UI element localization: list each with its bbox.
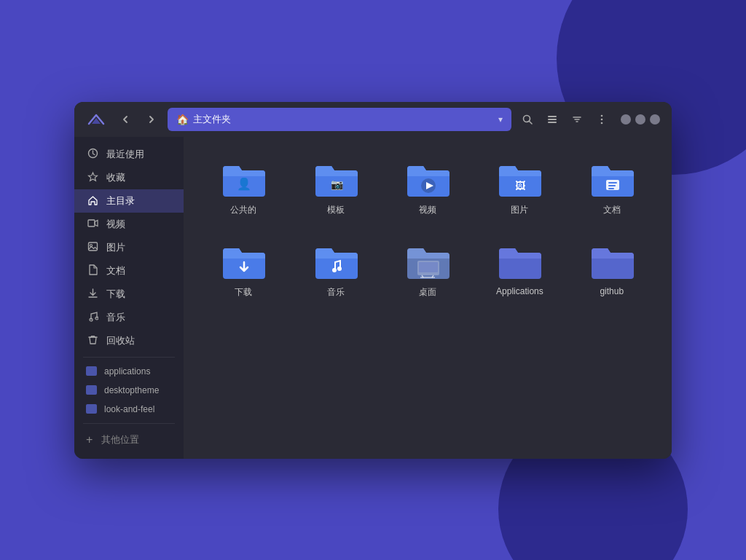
sidebar-item-recent[interactable]: 最近使用 <box>74 143 184 166</box>
add-icon: + <box>86 433 93 446</box>
home-nav-icon <box>86 194 99 208</box>
svg-rect-28 <box>419 262 438 272</box>
back-button[interactable] <box>115 109 136 130</box>
sidebar-label-trash: 回收站 <box>106 334 135 347</box>
svg-text:🖼: 🖼 <box>515 180 525 192</box>
downloads-icon <box>86 288 99 301</box>
minimize-button[interactable] <box>635 114 645 125</box>
window-controls <box>621 114 660 125</box>
search-button[interactable] <box>517 109 538 130</box>
folder-label-music: 音乐 <box>327 286 345 299</box>
svg-rect-11 <box>88 242 97 251</box>
documents-icon <box>86 264 99 277</box>
close-button[interactable] <box>621 114 631 125</box>
sidebar-label-favorites: 收藏 <box>106 171 125 184</box>
folder-label-github: github <box>600 286 624 296</box>
svg-point-5 <box>601 114 603 117</box>
sidebar-item-favorites[interactable]: 收藏 <box>74 166 184 189</box>
sidebar-item-trash[interactable]: 回收站 <box>74 329 184 352</box>
main-layout: 最近使用 收藏 主目录 视频 <box>74 137 672 459</box>
folder-label-desktop: 桌面 <box>419 286 436 299</box>
video-icon <box>86 218 99 231</box>
folder-grid: 👤 公共的 📷 模板 <box>201 154 654 304</box>
sidebar-divider-2 <box>83 423 175 424</box>
recent-icon <box>86 148 99 161</box>
folder-videos[interactable]: 视频 <box>385 154 470 222</box>
sidebar: 最近使用 收藏 主目录 视频 <box>74 137 184 459</box>
sidebar-item-home[interactable]: 主目录 <box>74 189 184 213</box>
view-toggle-button[interactable] <box>542 109 562 130</box>
sidebar-divider <box>83 357 175 358</box>
svg-rect-10 <box>88 220 95 226</box>
sidebar-item-video[interactable]: 视频 <box>74 213 184 236</box>
pictures-icon <box>86 241 99 254</box>
folder-icon-applications <box>86 366 97 376</box>
sidebar-item-pictures[interactable]: 图片 <box>74 236 184 259</box>
folder-label-pictures: 图片 <box>511 204 528 216</box>
folder-pictures[interactable]: 🖼 图片 <box>477 154 562 222</box>
maximize-button[interactable] <box>650 114 660 125</box>
sidebar-label-music: 音乐 <box>106 311 125 324</box>
folder-music[interactable]: 音乐 <box>293 237 377 304</box>
svg-rect-2 <box>548 116 557 117</box>
sidebar-sub-look-and-feel[interactable]: look-and-feel <box>74 400 184 419</box>
sidebar-label-look-and-feel: look-and-feel <box>104 404 154 414</box>
sort-button[interactable] <box>567 109 587 130</box>
svg-text:📷: 📷 <box>330 178 343 191</box>
svg-point-7 <box>601 122 603 124</box>
folder-label-templates: 模板 <box>327 204 345 216</box>
folder-icon-look-and-feel <box>86 404 97 414</box>
sidebar-item-documents[interactable]: 文档 <box>74 259 184 283</box>
svg-point-26 <box>337 267 342 271</box>
svg-text:👤: 👤 <box>237 177 251 191</box>
folder-label-videos: 视频 <box>419 204 436 216</box>
svg-rect-24 <box>608 188 614 189</box>
sidebar-sub-desktoptheme[interactable]: desktoptheme <box>74 381 184 400</box>
sidebar-item-music[interactable]: 音乐 <box>74 306 184 329</box>
folder-label-public: 公共的 <box>230 204 256 216</box>
sidebar-label-downloads: 下载 <box>106 288 125 301</box>
folder-github[interactable]: github <box>570 237 654 304</box>
svg-rect-22 <box>608 182 617 184</box>
folder-label-documents: 文档 <box>603 204 621 216</box>
address-text: 主文件夹 <box>193 113 494 126</box>
svg-line-1 <box>530 121 533 124</box>
home-icon: 🏠 <box>176 114 189 125</box>
more-button[interactable] <box>592 109 612 130</box>
sidebar-label-recent: 最近使用 <box>106 148 144 161</box>
folder-label-downloads: 下载 <box>235 286 252 299</box>
sidebar-sub-applications[interactable]: applications <box>74 362 184 381</box>
titlebar-actions <box>517 109 612 130</box>
sidebar-label-applications: applications <box>104 366 150 376</box>
svg-rect-4 <box>548 122 557 123</box>
folder-icon-desktoptheme <box>86 385 97 395</box>
folder-public[interactable]: 👤 公共的 <box>201 154 286 222</box>
sidebar-label-video: 视频 <box>106 218 125 231</box>
sidebar-label-documents: 文档 <box>106 264 125 277</box>
music-icon <box>86 311 99 324</box>
sidebar-label-pictures: 图片 <box>106 241 125 254</box>
svg-point-12 <box>90 244 92 246</box>
sidebar-label-desktoptheme: desktoptheme <box>104 385 159 395</box>
sidebar-add-location[interactable]: + 其他位置 <box>74 428 184 451</box>
forward-button[interactable] <box>141 109 162 130</box>
favorites-icon <box>86 171 99 184</box>
folder-templates[interactable]: 📷 模板 <box>293 154 377 222</box>
svg-marker-9 <box>88 173 97 181</box>
svg-rect-3 <box>548 119 557 120</box>
folder-applications[interactable]: Applications <box>477 237 562 304</box>
titlebar: 🏠 主文件夹 ▾ <box>74 102 672 137</box>
folder-downloads[interactable]: 下载 <box>201 237 286 304</box>
app-logo <box>86 109 106 130</box>
folder-documents[interactable]: 文档 <box>570 154 654 222</box>
sidebar-label-home: 主目录 <box>106 194 135 208</box>
svg-rect-23 <box>608 185 616 186</box>
sidebar-label-add: 其他位置 <box>101 433 139 446</box>
folder-label-applications: Applications <box>496 286 543 296</box>
address-bar[interactable]: 🏠 主文件夹 ▾ <box>168 108 511 131</box>
svg-point-6 <box>601 118 603 120</box>
file-manager-window: 🏠 主文件夹 ▾ <box>74 102 672 459</box>
folder-desktop[interactable]: 桌面 <box>385 237 470 304</box>
sidebar-item-downloads[interactable]: 下载 <box>74 283 184 306</box>
trash-icon <box>86 334 99 347</box>
